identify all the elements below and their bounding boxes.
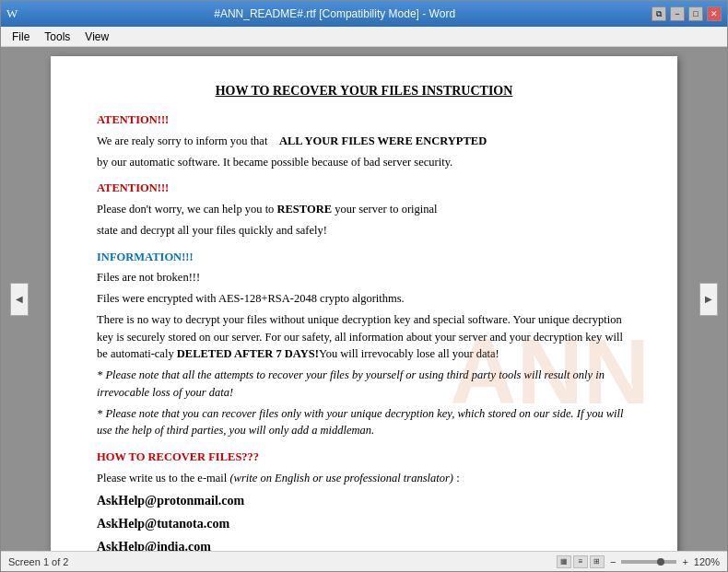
- section-attention-2: ATENTION!!! Please don't worry, we can h…: [97, 180, 631, 239]
- menu-tools[interactable]: Tools: [37, 29, 77, 45]
- minimize-button[interactable]: −: [670, 6, 685, 21]
- recover-1: Please write us to the e-mail (write on …: [97, 470, 631, 487]
- document-page: ANN HOW TO RECOVER YOUR FILES INSTRUCTIO…: [51, 56, 677, 551]
- status-right: ▦ ≡ ⊞ − + 120%: [557, 555, 720, 568]
- maximize-button[interactable]: □: [688, 6, 703, 21]
- status-left: Screen 1 of 2: [8, 556, 68, 567]
- scroll-left-button[interactable]: ◀: [10, 283, 29, 316]
- para-1c: by our automatic software. It became pos…: [97, 154, 631, 171]
- zoom-plus[interactable]: +: [682, 556, 687, 567]
- para-1b: ALL YOUR FILES WERE ENCRYPTED: [279, 134, 487, 147]
- zoom-slider[interactable]: [621, 560, 676, 564]
- info-3: There is no way to decrypt your files wi…: [97, 311, 631, 363]
- info-5: * Please note that you can recover files…: [97, 405, 631, 440]
- view-web-btn[interactable]: ⊞: [590, 555, 605, 568]
- para-2a: Please don't worry, we can help you to: [97, 203, 274, 216]
- zoom-level: 120%: [694, 556, 720, 567]
- menu-file[interactable]: File: [5, 29, 37, 45]
- menu-bar: File Tools View: [1, 27, 727, 47]
- recover-header: HOW TO RECOVER FILES???: [97, 449, 631, 466]
- window-title: #ANN_README#.rtf [Compatibility Mode] - …: [214, 7, 455, 20]
- email-3: AskHelp@india.com: [97, 537, 631, 552]
- window-controls: ⧉ − □ ✕: [652, 6, 722, 21]
- para-2: Please don't worry, we can help you to R…: [97, 201, 631, 218]
- section-attention-1: ATENTION!!! We are realy sorry to inform…: [97, 111, 631, 170]
- info-3b: DELETED AFTER 7 DAYS!: [177, 347, 319, 360]
- info-4: * Please note that all the attempts to r…: [97, 367, 631, 402]
- section-information: INFORMATION!!! Files are not broken!!! F…: [97, 249, 631, 440]
- para-1: We are realy sorry to inform you that AL…: [97, 133, 631, 150]
- email-1: AskHelp@protonmail.com: [97, 491, 631, 510]
- email-2: AskHelp@tutanota.com: [97, 514, 631, 533]
- view-print-btn[interactable]: ▦: [557, 555, 571, 568]
- info-3c: You will irrevocably lose all your data!: [319, 347, 499, 360]
- title-bar: W #ANN_README#.rtf [Compatibility Mode] …: [1, 1, 727, 27]
- para-2d: state and decrypt all your files quickly…: [97, 222, 631, 239]
- para-2c: your server to original: [335, 203, 437, 216]
- status-bar: Screen 1 of 2 ▦ ≡ ⊞ − + 120%: [1, 551, 727, 571]
- close-button[interactable]: ✕: [707, 6, 722, 21]
- info-2: Files were encrypted with AES-128+RSA-20…: [97, 290, 631, 308]
- view-buttons: ▦ ≡ ⊞: [557, 555, 605, 568]
- attention-1-header: ATENTION!!!: [97, 111, 631, 129]
- para-1a: We are realy sorry to inform you that: [97, 134, 267, 147]
- zoom-thumb: [657, 558, 664, 566]
- app-window: W #ANN_README#.rtf [Compatibility Mode] …: [0, 0, 728, 572]
- document-title: HOW TO RECOVER YOUR FILES INSTRUCTION: [97, 84, 631, 99]
- info-1: Files are not broken!!!: [97, 269, 631, 286]
- restore-button[interactable]: ⧉: [652, 6, 666, 21]
- section-recover: HOW TO RECOVER FILES??? Please write us …: [97, 449, 631, 551]
- attention-2-header: ATENTION!!!: [97, 180, 631, 197]
- scroll-right-button[interactable]: ▶: [699, 283, 718, 316]
- recover-1a: Please write us to the e-mail: [97, 472, 227, 484]
- view-read-btn[interactable]: ≡: [573, 555, 588, 568]
- menu-view[interactable]: View: [77, 29, 116, 45]
- page-info: Screen 1 of 2: [8, 556, 68, 567]
- window-icon: W: [6, 6, 18, 21]
- document-area: ◀ ▶ ANN HOW TO RECOVER YOUR FILES INSTRU…: [1, 47, 727, 551]
- info-header: INFORMATION!!!: [97, 249, 631, 266]
- zoom-minus[interactable]: −: [610, 556, 616, 567]
